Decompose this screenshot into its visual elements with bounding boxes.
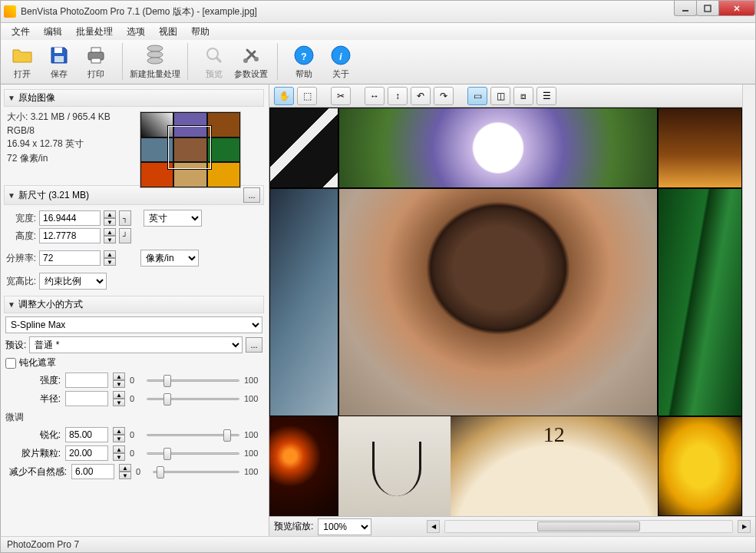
grain-slider[interactable] — [147, 445, 239, 461]
artifact-label: 减少不自然感: — [5, 465, 67, 478]
print-button[interactable]: 打印 — [79, 43, 113, 80]
svg-rect-3 — [54, 56, 64, 62]
artifact-up-button[interactable]: ▲ — [119, 464, 131, 472]
radius-up-button: ▲ — [113, 391, 125, 399]
hscroll-right-button[interactable]: ▶ — [738, 520, 751, 533]
grain-up-button[interactable]: ▲ — [113, 445, 125, 453]
view-stack-button[interactable]: ☰ — [536, 87, 556, 105]
preview-button[interactable]: 预览 — [197, 43, 231, 80]
hand-tool-button[interactable]: ✋ — [274, 87, 294, 105]
size-unit-select[interactable]: 英寸 — [144, 210, 202, 227]
resolution-input[interactable] — [39, 250, 101, 266]
preview-canvas[interactable] — [269, 108, 742, 516]
app-logo-icon — [4, 5, 16, 18]
flip-v-icon: ↕ — [395, 91, 400, 101]
save-button[interactable]: 保存 — [42, 43, 76, 80]
sharpen-slider[interactable] — [147, 427, 239, 442]
menu-view[interactable]: 视图 — [153, 24, 183, 40]
resolution-label: 分辨率: — [5, 252, 36, 265]
sharpen-input[interactable] — [65, 427, 108, 442]
menu-options[interactable]: 选项 — [120, 24, 151, 40]
minimize-button[interactable] — [674, 1, 697, 16]
menu-file[interactable]: 文件 — [5, 24, 36, 40]
width-lock-button[interactable]: ┐ — [119, 210, 131, 226]
view-split-h-button[interactable]: ◫ — [490, 87, 510, 105]
preview-toolbar: ✋ ⬚ ✂ ↔ ↕ ↶ ↷ ▭ ◫ ⧈ ☰ — [269, 84, 742, 108]
view-split-h-icon: ◫ — [497, 91, 505, 101]
crop-tool-button[interactable]: ✂ — [331, 87, 351, 105]
resolution-unit-select[interactable]: 像素/in — [140, 250, 199, 267]
maximize-button[interactable] — [696, 1, 719, 16]
width-label: 宽度: — [5, 212, 36, 225]
svg-point-8 — [147, 51, 163, 58]
radius-down-button: ▼ — [113, 399, 125, 406]
grain-input[interactable] — [65, 445, 108, 461]
tools-icon — [239, 43, 263, 68]
res-down-button[interactable]: ▼ — [104, 258, 116, 266]
height-up-button[interactable]: ▲ — [104, 228, 116, 236]
width-input[interactable] — [39, 210, 101, 226]
sharpen-up-button[interactable]: ▲ — [113, 427, 125, 435]
close-button[interactable] — [718, 1, 755, 16]
unsharp-mask-checkbox[interactable] — [5, 358, 16, 369]
params-button[interactable]: 参数设置 — [234, 43, 268, 80]
height-lock-button[interactable]: ┘ — [119, 228, 131, 243]
view-split-v-icon: ⧈ — [520, 91, 527, 101]
height-down-button[interactable]: ▼ — [104, 236, 116, 243]
open-button[interactable]: 打开 — [5, 43, 39, 80]
vertical-scrollbar[interactable] — [742, 84, 755, 516]
preset-label: 预设: — [5, 339, 26, 352]
toolbar-separator — [277, 43, 278, 80]
newsize-more-button[interactable]: ... — [243, 187, 260, 203]
resize-method-select[interactable]: S-Spline Max — [5, 316, 262, 333]
res-up-button[interactable]: ▲ — [104, 250, 116, 258]
view-single-button[interactable]: ▭ — [467, 87, 487, 105]
width-down-button[interactable]: ▼ — [104, 218, 116, 226]
rotate-cw-icon: ↷ — [440, 91, 447, 101]
height-label: 高度: — [5, 230, 36, 243]
aspect-select[interactable]: 约束比例 — [39, 273, 107, 290]
view-split-v-button[interactable]: ⧈ — [513, 87, 533, 105]
menu-help[interactable]: 帮助 — [185, 24, 216, 40]
flip-h-button[interactable]: ↔ — [365, 87, 385, 105]
artifact-input[interactable] — [71, 464, 114, 479]
preview-zoom-select[interactable]: 100% — [318, 518, 371, 535]
height-input[interactable] — [39, 228, 101, 243]
menubar: 文件 编辑 批量处理 选项 视图 帮助 — [0, 23, 756, 40]
svg-point-13 — [254, 57, 259, 61]
grain-down-button[interactable]: ▼ — [113, 453, 125, 461]
artifact-down-button[interactable]: ▼ — [119, 472, 131, 479]
main-toolbar: 打开 保存 打印 新建批量处理 预览 参数设置 ? 帮助 i — [0, 40, 756, 84]
window-title: BenVista PhotoZoom Pro 7.1 (Demo 版本) - [… — [21, 5, 257, 18]
resize-header[interactable]: ▼ 调整大小的方式 — [4, 296, 264, 313]
width-up-button[interactable]: ▲ — [104, 210, 116, 218]
menu-batch[interactable]: 批量处理 — [70, 24, 119, 40]
help-button[interactable]: ? 帮助 — [287, 43, 321, 80]
save-icon — [47, 43, 71, 68]
magnify-icon — [202, 43, 226, 68]
strength-input — [65, 373, 108, 388]
print-icon — [84, 43, 108, 68]
sharpen-down-button[interactable]: ▼ — [113, 435, 125, 442]
horizontal-scrollbar[interactable] — [444, 520, 733, 533]
rotate-cw-button[interactable]: ↷ — [434, 87, 454, 105]
radius-input — [65, 391, 108, 406]
new-batch-button[interactable]: 新建批量处理 — [132, 43, 178, 80]
thumbnail-viewport[interactable] — [168, 126, 211, 169]
marquee-tool-button[interactable]: ⬚ — [297, 87, 317, 105]
hscroll-left-button[interactable]: ◀ — [427, 520, 440, 533]
titlebar: BenVista PhotoZoom Pro 7.1 (Demo 版本) - [… — [0, 0, 756, 23]
menu-edit[interactable]: 编辑 — [38, 24, 68, 40]
svg-point-9 — [147, 58, 163, 64]
preset-select[interactable]: 普通 * — [29, 336, 243, 353]
preset-more-button[interactable]: ... — [246, 337, 262, 353]
thumbnail-navigator[interactable] — [140, 111, 241, 188]
flip-v-button[interactable]: ↕ — [388, 87, 408, 105]
svg-line-11 — [216, 58, 221, 62]
about-button[interactable]: i 关于 — [324, 43, 358, 80]
rotate-ccw-button[interactable]: ↶ — [411, 87, 431, 105]
svg-point-10 — [207, 48, 218, 59]
original-header[interactable]: ▼ 原始图像 — [4, 89, 264, 107]
artifact-slider[interactable] — [153, 464, 239, 479]
svg-rect-5 — [91, 48, 101, 52]
